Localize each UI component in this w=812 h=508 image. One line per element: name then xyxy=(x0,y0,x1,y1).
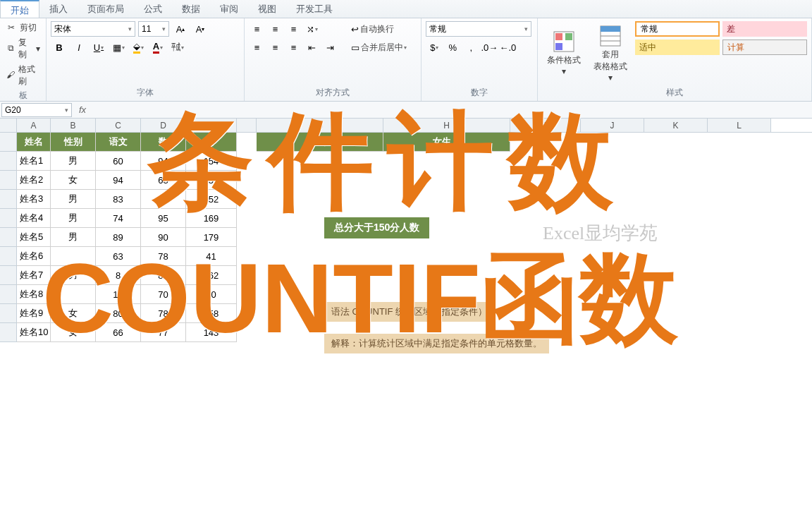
increase-decimal-button[interactable]: .0→ xyxy=(481,40,498,55)
table-cell[interactable]: 女 xyxy=(51,171,96,190)
col-I[interactable]: I xyxy=(510,119,581,132)
orientation-button[interactable]: ⤭▾ xyxy=(304,21,321,37)
table-cell[interactable]: 男 xyxy=(51,190,96,209)
font-name-combo[interactable]: 宋体▾ xyxy=(51,21,135,37)
style-calc[interactable]: 计算 xyxy=(722,40,807,55)
table-cell[interactable]: 姓名3 xyxy=(17,190,51,209)
tab-view[interactable]: 视图 xyxy=(248,0,286,18)
border-button[interactable]: ▦▾ xyxy=(110,40,127,55)
col-C[interactable]: C xyxy=(96,119,141,132)
decrease-decimal-button[interactable]: ←.0 xyxy=(499,40,516,55)
table-cell[interactable]: 姓名5 xyxy=(17,228,51,247)
font-size-combo[interactable]: 11▾ xyxy=(138,21,169,37)
phonetic-button[interactable]: ㍻▾ xyxy=(169,40,186,55)
table-cell[interactable]: 169 xyxy=(186,209,237,228)
table-cell[interactable]: 78 xyxy=(141,247,186,266)
align-top-button[interactable]: ≡ xyxy=(249,21,266,37)
fx-icon[interactable]: fx xyxy=(79,104,86,115)
table-cell[interactable] xyxy=(51,285,96,304)
align-right-button[interactable]: ≡ xyxy=(285,40,302,55)
table-cell[interactable]: 83 xyxy=(96,190,141,209)
table-format-button[interactable]: 套用表格格式▾ xyxy=(589,21,632,85)
table-cell[interactable]: 姓名6 xyxy=(17,247,51,266)
style-normal[interactable]: 常规 xyxy=(635,21,720,37)
hdr-total[interactable]: 分 xyxy=(186,133,237,152)
align-middle-button[interactable]: ≡ xyxy=(267,21,284,37)
table-cell[interactable]: 157 xyxy=(186,171,237,190)
align-center-button[interactable]: ≡ xyxy=(267,40,284,55)
table-cell[interactable]: 60 xyxy=(96,152,141,171)
style-neutral[interactable]: 适中 xyxy=(635,40,720,55)
col-D[interactable]: D xyxy=(141,119,186,132)
format-painter-button[interactable]: 🖌格式刷 xyxy=(4,63,42,88)
table-cell[interactable]: 姓名10 xyxy=(17,323,51,342)
table-cell[interactable]: 姓名4 xyxy=(17,209,51,228)
tab-layout[interactable]: 页面布局 xyxy=(78,0,134,18)
table-cell[interactable]: 143 xyxy=(186,323,237,342)
table-cell[interactable]: 94 xyxy=(141,152,186,171)
table-cell[interactable]: 63 xyxy=(96,247,141,266)
table-cell[interactable]: 69 xyxy=(141,190,186,209)
increase-font-button[interactable]: A▴ xyxy=(172,21,189,37)
table-cell[interactable]: 80 xyxy=(96,304,141,323)
wrap-text-button[interactable]: ↩自动换行 xyxy=(347,21,398,37)
tab-data[interactable]: 数据 xyxy=(172,0,210,18)
table-cell[interactable]: 162 xyxy=(186,266,237,285)
table-cell[interactable]: 89 xyxy=(96,228,141,247)
table-cell[interactable]: 179 xyxy=(186,228,237,247)
table-cell[interactable]: 94 xyxy=(96,171,141,190)
fill-color-button[interactable]: ⬙▾ xyxy=(130,40,147,55)
col-F[interactable] xyxy=(237,119,257,132)
hdr-chinese[interactable]: 语文 xyxy=(96,133,141,152)
table-cell[interactable]: 男 xyxy=(51,152,96,171)
table-cell[interactable]: 152 xyxy=(186,190,237,209)
table-cell[interactable]: 女 xyxy=(51,304,96,323)
col-G[interactable]: G xyxy=(257,119,383,132)
table-cell[interactable]: 姓名1 xyxy=(17,152,51,171)
table-cell[interactable]: 男 xyxy=(51,266,96,285)
conditional-format-button[interactable]: 条件格式▾ xyxy=(542,21,586,85)
hdr-female[interactable]: 女生人 xyxy=(383,133,510,152)
cut-button[interactable]: ✂剪切 xyxy=(4,21,42,35)
table-cell[interactable]: 姓名7 xyxy=(17,266,51,285)
table-cell[interactable] xyxy=(51,247,96,266)
col-H[interactable]: H xyxy=(383,119,510,132)
table-cell[interactable]: 10 xyxy=(96,285,141,304)
hdr-name[interactable]: 姓名 xyxy=(17,133,51,152)
table-cell[interactable]: 78 xyxy=(141,304,186,323)
table-cell[interactable]: 70 xyxy=(141,285,186,304)
table-cell[interactable]: 姓名8 xyxy=(17,285,51,304)
table-cell[interactable]: 女 xyxy=(51,323,96,342)
hdr-sex[interactable]: 性别 xyxy=(51,133,96,152)
table-cell[interactable]: 154 xyxy=(186,152,237,171)
table-cell[interactable]: 158 xyxy=(186,304,237,323)
table-cell[interactable]: 77 xyxy=(141,323,186,342)
table-cell[interactable]: 男 xyxy=(51,209,96,228)
col-A[interactable]: A xyxy=(17,119,51,132)
font-color-button[interactable]: A▾ xyxy=(149,40,166,55)
currency-button[interactable]: $▾ xyxy=(426,40,443,55)
col-E[interactable]: E xyxy=(186,119,237,132)
merge-center-button[interactable]: ▭合并后居中▾ xyxy=(347,40,410,55)
tab-home[interactable]: 开始 xyxy=(0,0,39,18)
col-J[interactable]: J xyxy=(581,119,644,132)
table-cell[interactable]: 95 xyxy=(141,209,186,228)
indent-dec-button[interactable]: ⇤ xyxy=(304,40,321,55)
name-box[interactable]: G20▾ xyxy=(1,103,72,117)
italic-button[interactable]: I xyxy=(70,40,87,55)
tab-insert[interactable]: 插入 xyxy=(39,0,78,18)
underline-button[interactable]: U▾ xyxy=(90,40,107,55)
col-L[interactable]: L xyxy=(708,119,771,132)
tab-review[interactable]: 审阅 xyxy=(210,0,248,18)
col-K[interactable]: K xyxy=(644,119,708,132)
table-cell[interactable]: 姓名9 xyxy=(17,304,51,323)
indent-inc-button[interactable]: ⇥ xyxy=(322,40,339,55)
copy-button[interactable]: ⧉复制▾ xyxy=(4,36,42,61)
bold-button[interactable]: B xyxy=(51,40,68,55)
table-cell[interactable]: 66 xyxy=(96,323,141,342)
col-B[interactable]: B xyxy=(51,119,96,132)
align-bottom-button[interactable]: ≡ xyxy=(285,21,302,37)
number-format-combo[interactable]: 常规▾ xyxy=(426,21,531,37)
table-cell[interactable]: 63 xyxy=(141,171,186,190)
table-cell[interactable]: 82 xyxy=(141,266,186,285)
